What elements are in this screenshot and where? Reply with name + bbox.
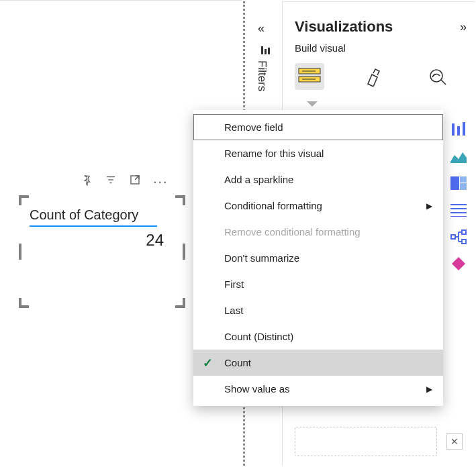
- menu-item-label: Remove field: [224, 121, 283, 133]
- svg-rect-6: [268, 48, 270, 54]
- menu-item-label: Remove conditional formatting: [224, 226, 361, 238]
- svg-rect-15: [450, 176, 459, 190]
- menu-item-label: Count: [224, 357, 251, 368]
- menu-last[interactable]: Last: [193, 297, 443, 323]
- svg-rect-16: [460, 176, 467, 183]
- svg-rect-23: [462, 230, 466, 234]
- menu-remove-conditional-formatting: Remove conditional formatting: [193, 219, 443, 245]
- field-context-menu: Remove field Rename for this visual Add …: [193, 110, 443, 406]
- menu-show-value-as[interactable]: Show value as▶: [193, 376, 443, 402]
- svg-rect-24: [462, 240, 466, 244]
- menu-item-label: Rename for this visual: [224, 148, 324, 159]
- menu-first[interactable]: First: [193, 271, 443, 297]
- build-visual-subtitle: Build visual: [283, 40, 475, 60]
- analytics-tab[interactable]: [424, 63, 453, 90]
- svg-point-11: [430, 70, 442, 82]
- build-visual-tabs: [283, 60, 475, 99]
- field-well-dropzone[interactable]: [295, 427, 437, 456]
- remove-field-button[interactable]: ✕: [446, 433, 463, 450]
- menu-item-label: Conditional formatting: [224, 200, 322, 211]
- selection-handle[interactable]: [19, 195, 29, 205]
- menu-remove-field[interactable]: Remove field: [193, 114, 443, 140]
- menu-item-label: Last: [224, 305, 243, 316]
- menu-item-label: First: [224, 278, 244, 290]
- svg-rect-17: [460, 183, 467, 190]
- selection-handle[interactable]: [19, 244, 21, 260]
- menu-item-label: Add a sparkline: [224, 174, 293, 185]
- decomposition-tree-icon[interactable]: [449, 227, 468, 246]
- menu-dont-summarize[interactable]: Don't summarize: [193, 245, 443, 271]
- visual-toolbar: ···: [81, 174, 169, 188]
- svg-rect-12: [452, 123, 455, 136]
- svg-rect-4: [261, 46, 263, 54]
- menu-item-label: Count (Distinct): [224, 331, 293, 342]
- area-chart-icon[interactable]: [449, 147, 468, 166]
- selection-handle[interactable]: [183, 244, 185, 260]
- visual-type-gallery: [449, 120, 471, 273]
- expand-filters-icon[interactable]: «: [258, 21, 265, 36]
- svg-rect-5: [265, 49, 267, 54]
- selection-handle[interactable]: [175, 195, 185, 205]
- filters-icon: [260, 46, 271, 57]
- power-apps-icon[interactable]: [449, 254, 468, 273]
- more-options-icon[interactable]: ···: [153, 176, 169, 186]
- fields-tab[interactable]: [295, 63, 324, 90]
- filters-label: Filters: [255, 60, 269, 91]
- checkmark-icon: ✓: [203, 356, 213, 370]
- menu-count[interactable]: ✓Count: [193, 350, 443, 376]
- submenu-arrow-icon: ▶: [426, 384, 432, 394]
- menu-add-sparkline[interactable]: Add a sparkline: [193, 166, 443, 193]
- focus-mode-icon[interactable]: [129, 174, 141, 188]
- stacked-bar-icon[interactable]: [449, 120, 468, 139]
- treemap-icon[interactable]: [449, 174, 468, 193]
- card-value: 24: [21, 227, 183, 250]
- menu-item-label: Show value as: [224, 383, 290, 395]
- menu-item-label: Don't summarize: [224, 252, 299, 264]
- submenu-arrow-icon: ▶: [426, 201, 432, 211]
- selection-handle[interactable]: [175, 298, 185, 308]
- menu-conditional-formatting[interactable]: Conditional formatting▶: [193, 193, 443, 219]
- menu-rename-for-this-visual[interactable]: Rename for this visual: [193, 140, 443, 166]
- svg-rect-22: [451, 235, 455, 239]
- selection-handle[interactable]: [19, 298, 29, 308]
- active-tab-pointer: [307, 101, 318, 107]
- menu-count-distinct[interactable]: Count (Distinct): [193, 323, 443, 350]
- card-visual[interactable]: Count of Category 24: [21, 198, 183, 305]
- svg-rect-13: [457, 126, 460, 136]
- filter-icon[interactable]: [105, 174, 117, 188]
- pin-icon[interactable]: [81, 174, 93, 188]
- svg-rect-14: [463, 122, 465, 136]
- format-tab[interactable]: [359, 63, 389, 90]
- table-icon[interactable]: [449, 201, 468, 219]
- card-title: Count of Category: [21, 198, 183, 225]
- visualizations-title: Visualizations: [295, 18, 393, 36]
- expand-pane-icon[interactable]: »: [460, 20, 467, 34]
